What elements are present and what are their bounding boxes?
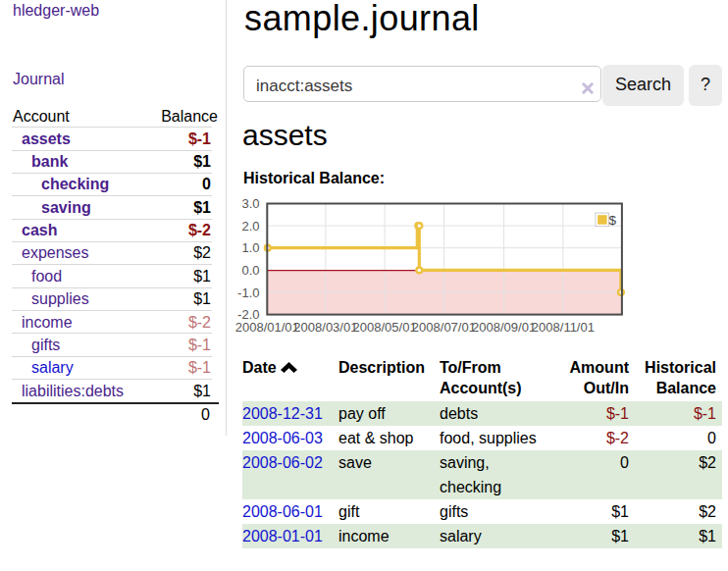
- svg-text:3.0: 3.0: [241, 196, 259, 211]
- svg-text:2008/01/01: 2008/01/01: [235, 320, 299, 335]
- svg-text:2008/07/01: 2008/07/01: [412, 320, 476, 335]
- svg-text:0.0: 0.0: [241, 263, 259, 278]
- svg-text:2008/03/01: 2008/03/01: [293, 320, 357, 335]
- svg-text:2008/09/01: 2008/09/01: [472, 320, 536, 335]
- svg-text:1.0: 1.0: [241, 240, 259, 255]
- svg-text:$: $: [609, 213, 617, 228]
- svg-text:2.0: 2.0: [241, 219, 259, 234]
- svg-text:2008/11/01: 2008/11/01: [532, 320, 595, 335]
- svg-text:-1.0: -1.0: [237, 286, 259, 300]
- svg-text:2008/05/01: 2008/05/01: [353, 320, 417, 335]
